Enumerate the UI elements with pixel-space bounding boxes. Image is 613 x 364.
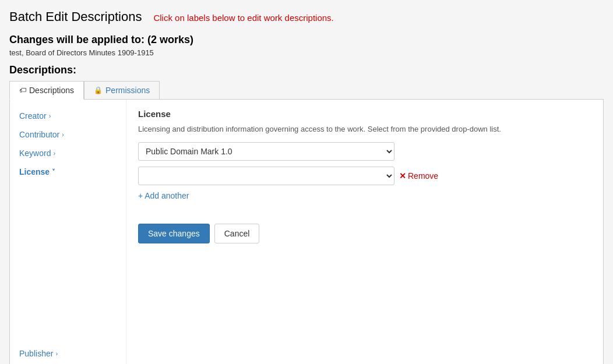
tabs-bar: 🏷 Descriptions 🔒 Permissions <box>9 81 604 100</box>
sidebar-item-contributor[interactable]: Contributor › <box>10 125 126 144</box>
license-select-1[interactable]: Public Domain Mark 1.0 Creative Commons … <box>138 142 394 161</box>
page-header: Batch Edit Descriptions Click on labels … <box>9 9 604 24</box>
sidebar-item-creator[interactable]: Creator › <box>10 107 126 125</box>
changes-heading: Changes will be applied to: (2 works) <box>9 34 604 46</box>
sidebar-item-license-label: License <box>19 167 50 176</box>
tag-icon: 🏷 <box>19 86 26 94</box>
chevron-right-icon: › <box>62 131 64 138</box>
changes-section: Changes will be applied to: (2 works) te… <box>9 34 604 57</box>
sidebar-item-keyword-label: Keyword <box>19 149 51 158</box>
add-another-label: Add another <box>145 191 189 200</box>
license-detail-panel: License Licensing and distribution infor… <box>126 100 603 364</box>
chevron-right-icon: › <box>49 112 51 119</box>
sidebar-item-publisher-label: Publisher <box>19 349 53 358</box>
works-list: test, Board of Directors Minutes 1909-19… <box>9 48 604 57</box>
sidebar-item-keyword[interactable]: Keyword › <box>10 144 126 162</box>
cancel-button[interactable]: Cancel <box>214 224 260 243</box>
license-select-2[interactable]: Public Domain Mark 1.0 Creative Commons … <box>138 167 394 185</box>
plus-icon: + <box>138 191 143 200</box>
sidebar: Creator › Contributor › Keyword › Licens… <box>10 100 126 364</box>
lock-icon: 🔒 <box>94 86 103 94</box>
license-field-label: License <box>138 109 591 119</box>
header-hint: Click on labels below to edit work descr… <box>153 13 333 23</box>
tab-descriptions[interactable]: 🏷 Descriptions <box>9 81 84 100</box>
remove-x-icon: ✕ <box>399 171 406 181</box>
button-row: Save changes Cancel <box>138 224 591 243</box>
license-field-description: Licensing and distribution information g… <box>138 123 591 135</box>
chevron-right-icon: › <box>53 150 55 157</box>
license-select-row-1: Public Domain Mark 1.0 Creative Commons … <box>138 142 591 161</box>
sidebar-item-publisher[interactable]: Publisher › <box>10 344 126 363</box>
content-area: Creator › Contributor › Keyword › Licens… <box>9 100 604 364</box>
descriptions-label: Descriptions: <box>9 64 604 76</box>
sidebar-item-creator-label: Creator <box>19 111 47 121</box>
tab-permissions[interactable]: 🔒 Permissions <box>84 81 160 99</box>
page-title: Batch Edit Descriptions <box>9 9 142 24</box>
remove-button[interactable]: ✕ Remove <box>399 171 438 181</box>
remove-label: Remove <box>408 171 438 181</box>
license-select-row-2: Public Domain Mark 1.0 Creative Commons … <box>138 167 591 185</box>
sidebar-item-license[interactable]: License ˅ <box>10 162 126 181</box>
tab-permissions-label: Permissions <box>105 86 150 95</box>
chevron-down-icon: ˅ <box>52 168 55 176</box>
chevron-right-icon: › <box>55 350 58 357</box>
add-another-link[interactable]: + Add another <box>138 191 189 200</box>
sidebar-item-contributor-label: Contributor <box>19 130 59 139</box>
save-changes-button[interactable]: Save changes <box>138 224 210 243</box>
tab-descriptions-label: Descriptions <box>29 86 74 95</box>
